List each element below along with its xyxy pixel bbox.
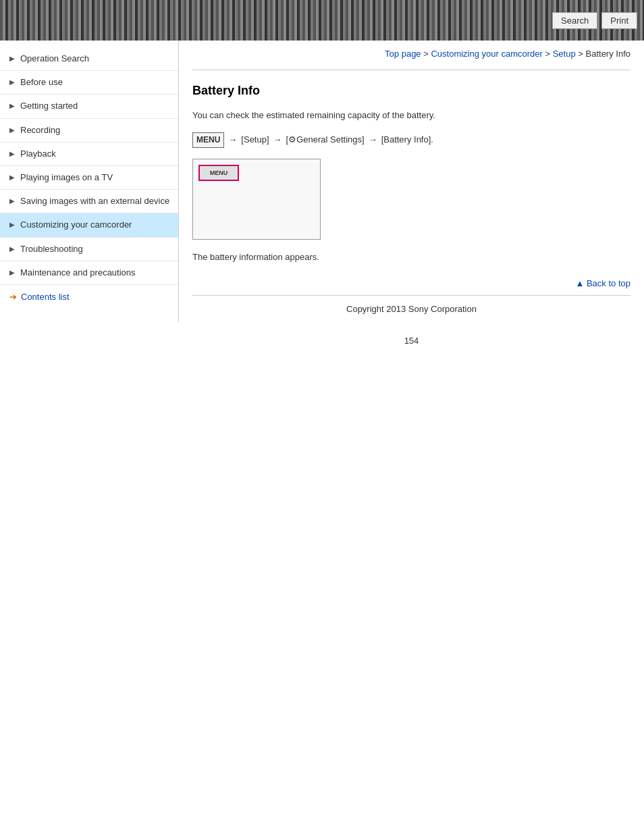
sidebar-item-label: Before use <box>20 76 171 88</box>
sidebar-item-getting-started[interactable]: ▶ Getting started <box>0 95 178 118</box>
arrow1-text: → <box>228 133 237 147</box>
sidebar-item-customizing[interactable]: ▶ Customizing your camcorder <box>0 213 178 237</box>
chevron-right-icon: ▶ <box>9 149 15 159</box>
back-to-top-link[interactable]: ▲ Back to top <box>575 278 630 288</box>
main-layout: ▶ Operation Search ▶ Before use ▶ Gettin… <box>0 41 644 373</box>
sidebar-item-label: Playback <box>20 148 171 160</box>
sidebar-item-label: Operation Search <box>20 53 171 65</box>
wrench-icon: ⚙ <box>288 134 296 145</box>
menu-instruction: MENU → [Setup] → [⚙General Settings] → [… <box>192 132 630 148</box>
page-title: Battery Info <box>192 84 630 98</box>
footer-copyright: Copyright 2013 Sony Corporation <box>192 296 630 322</box>
sidebar-item-playback[interactable]: ▶ Playback <box>0 142 178 166</box>
breadcrumb-customizing[interactable]: Customizing your camcorder <box>431 49 542 59</box>
chevron-right-icon: ▶ <box>9 268 15 278</box>
chevron-right-icon: ▶ <box>9 244 15 254</box>
breadcrumb-sep2: > <box>543 49 553 59</box>
back-to-top-label: Back to top <box>587 278 630 288</box>
sidebar-item-label: Customizing your camcorder <box>20 219 171 231</box>
sidebar-item-maintenance[interactable]: ▶ Maintenance and precautions <box>0 261 178 285</box>
sidebar-item-playing-images-tv[interactable]: ▶ Playing images on a TV <box>0 166 178 190</box>
back-to-top: ▲ Back to top <box>192 278 630 288</box>
chevron-right-icon: ▶ <box>9 220 15 230</box>
content-body: You can check the estimated remaining ca… <box>192 109 630 265</box>
sidebar-item-label: Saving images with an external device <box>20 195 171 207</box>
print-button[interactable]: Print <box>601 12 637 29</box>
sidebar-item-saving-images[interactable]: ▶ Saving images with an external device <box>0 190 178 213</box>
breadcrumb: Top page > Customizing your camcorder > … <box>192 41 630 70</box>
battery-appears-text: The battery information appears. <box>192 251 630 265</box>
arrow2-text: → <box>273 133 282 147</box>
chevron-right-icon: ▶ <box>9 78 15 87</box>
chevron-right-icon: ▶ <box>9 101 15 111</box>
chevron-right-icon: ▶ <box>9 197 15 206</box>
sidebar-item-troubleshooting[interactable]: ▶ Troubleshooting <box>0 238 178 261</box>
chevron-right-icon: ▶ <box>9 54 15 63</box>
chevron-right-icon: ▶ <box>9 173 15 182</box>
sidebar-item-operation-search[interactable]: ▶ Operation Search <box>0 47 178 71</box>
menu-key-in-screenshot: MENU <box>198 165 239 181</box>
sidebar-item-label: Maintenance and precautions <box>20 267 171 279</box>
sidebar-item-before-use[interactable]: ▶ Before use <box>0 71 178 95</box>
search-button[interactable]: Search <box>552 12 597 29</box>
sidebar-item-recording[interactable]: ▶ Recording <box>0 119 178 142</box>
arrow-right-icon: ➔ <box>9 292 17 302</box>
chevron-right-icon: ▶ <box>9 126 15 135</box>
general-settings-step: [⚙General Settings] <box>286 133 365 147</box>
sidebar: ▶ Operation Search ▶ Before use ▶ Gettin… <box>0 41 179 322</box>
breadcrumb-setup[interactable]: Setup <box>553 49 576 59</box>
contents-list-label: Contents list <box>21 292 70 302</box>
menu-key: MENU <box>192 132 224 148</box>
contents-list-link[interactable]: ➔ Contents list <box>0 285 178 309</box>
breadcrumb-top-page[interactable]: Top page <box>385 49 421 59</box>
description-text: You can check the estimated remaining ca… <box>192 109 630 123</box>
page-number: 154 <box>192 322 630 359</box>
breadcrumb-sep1: > <box>421 49 431 59</box>
sidebar-item-label: Recording <box>20 124 171 136</box>
sidebar-item-label: Troubleshooting <box>20 243 171 255</box>
main-content: Top page > Customizing your camcorder > … <box>179 41 644 373</box>
setup-step: [Setup] <box>241 133 269 147</box>
breadcrumb-sep3: > <box>576 49 586 59</box>
arrow3-text: → <box>369 133 377 147</box>
sidebar-item-label: Playing images on a TV <box>20 172 171 184</box>
header-stripe: Search Print <box>0 0 644 41</box>
battery-info-step: [Battery Info]. <box>381 133 433 147</box>
sidebar-item-label: Getting started <box>20 100 171 112</box>
menu-screenshot: MENU <box>192 159 321 240</box>
breadcrumb-battery-info: Battery Info <box>586 49 630 59</box>
